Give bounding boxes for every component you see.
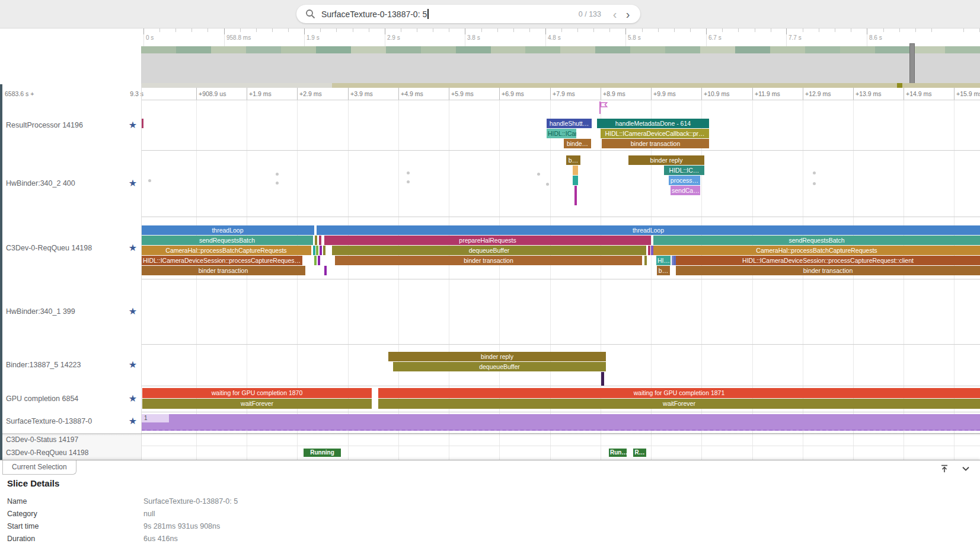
- offset-label: +9.9 ms: [651, 90, 676, 97]
- pin-star-icon[interactable]: ★: [129, 417, 137, 426]
- detail-label: Duration: [7, 535, 143, 543]
- slice-sliver[interactable]: [141, 414, 980, 431]
- slice[interactable]: binder transaction: [141, 266, 305, 275]
- slice[interactable]: dequeueBuffer: [332, 246, 646, 255]
- slice[interactable]: sendRequestsBatch: [141, 236, 313, 245]
- slice[interactable]: CameraHal::processBatchCaptureRequests: [141, 246, 311, 255]
- flag-marker-icon[interactable]: [598, 101, 609, 117]
- pin-star-icon[interactable]: ★: [129, 360, 137, 370]
- instant-event-dot[interactable]: [407, 171, 410, 174]
- slice[interactable]: threadLoop: [141, 225, 314, 235]
- tab-current-selection[interactable]: Current Selection: [2, 460, 76, 475]
- slice-sliver[interactable]: [573, 176, 578, 185]
- slice[interactable]: waitForever: [142, 399, 372, 409]
- slice-details-title: Slice Details: [7, 478, 59, 488]
- track-separator: [0, 446, 980, 446]
- expand-panel-icon[interactable]: [938, 463, 950, 475]
- search-box[interactable]: SurfaceTexture-0-13887-0: 5 0 / 133 ‹ ›: [296, 5, 640, 23]
- track-separator: [0, 100, 980, 100]
- slice[interactable]: waiting for GPU completion 1870: [142, 388, 372, 398]
- slice[interactable]: binder transaction: [676, 266, 980, 275]
- slice[interactable]: HIDL::ICameraDeviceCallback::pr…: [601, 129, 709, 138]
- sched-slice[interactable]: R…: [633, 449, 646, 457]
- pin-star-icon[interactable]: ★: [129, 307, 137, 316]
- slice[interactable]: sendRequestsBatch: [653, 236, 980, 245]
- slice-sliver[interactable]: [648, 246, 650, 255]
- slice-sliver[interactable]: [601, 372, 604, 386]
- offset-label: +5.9 ms: [449, 90, 474, 97]
- slice[interactable]: HIDL::ICameraDeviceSession::processCaptu…: [676, 256, 980, 265]
- slice-sliver[interactable]: [320, 246, 322, 255]
- pin-star-icon[interactable]: ★: [129, 394, 137, 403]
- slice-sliver[interactable]: [574, 186, 577, 205]
- slice[interactable]: HIDL::IC…: [664, 166, 704, 175]
- slice[interactable]: binder transaction: [335, 256, 642, 265]
- counter-value-chip[interactable]: 1: [142, 414, 169, 422]
- instant-event-dot[interactable]: [276, 173, 279, 176]
- slice-sliver[interactable]: [319, 236, 321, 245]
- instant-event-dot[interactable]: [546, 183, 549, 186]
- slice-sliver[interactable]: [314, 256, 317, 265]
- track-name: GPU completion 6854: [6, 395, 78, 403]
- sched-slice[interactable]: Running: [304, 449, 341, 457]
- slice[interactable]: CameraHal::processBatchCaptureRequests: [653, 246, 980, 255]
- collapse-panel-icon[interactable]: [960, 463, 972, 475]
- slice[interactable]: HIDL::ICame…: [547, 129, 576, 138]
- instant-event-dot[interactable]: [148, 179, 151, 182]
- slice[interactable]: binder transaction: [602, 139, 709, 148]
- slice[interactable]: binder reply: [388, 352, 606, 361]
- search-next-button[interactable]: ›: [621, 7, 634, 22]
- track-label-divider: [141, 84, 142, 460]
- track-label-binder:13887_5[interactable]: Binder:13887_5 14223★: [0, 344, 141, 386]
- detail-value: null: [143, 510, 155, 518]
- track-label-resultprocessor[interactable]: ResultProcessor 14196★: [0, 100, 141, 150]
- instant-event-dot[interactable]: [276, 182, 279, 185]
- search-input[interactable]: SurfaceTexture-0-13887-0: 5: [321, 9, 427, 19]
- sched-track-label[interactable]: C3Dev-0-ReqQueu 14198: [0, 446, 141, 460]
- slice[interactable]: sendCa…: [671, 186, 700, 195]
- search-prev-button[interactable]: ‹: [608, 7, 621, 22]
- slice[interactable]: b…: [566, 155, 580, 165]
- slice-sliver[interactable]: [316, 246, 318, 255]
- track-label-surfacetexture-0-13887-0[interactable]: SurfaceTexture-0-13887-0★: [0, 409, 141, 433]
- slice[interactable]: process…: [669, 176, 700, 185]
- instant-event-dot[interactable]: [813, 182, 816, 185]
- slice-sliver[interactable]: [324, 266, 327, 275]
- slice[interactable]: waiting for GPU completion 1871: [378, 388, 980, 398]
- perfetto-trace-viewer: SurfaceTexture-0-13887-0: 5 0 / 133 ‹ › …: [0, 0, 980, 550]
- slice[interactable]: dequeueBuffer: [393, 362, 606, 371]
- detail-row: NameSurfaceTexture-0-13887-0: 5: [7, 495, 238, 507]
- track-label-c3dev-0-reqqueu[interactable]: C3Dev-0-ReqQueu 14198★: [0, 217, 141, 279]
- instant-event-dot[interactable]: [537, 173, 540, 176]
- pin-star-icon[interactable]: ★: [129, 179, 137, 188]
- slice[interactable]: HI…: [656, 256, 671, 265]
- slice[interactable]: HIDL::ICameraDeviceSession::processCaptu…: [141, 256, 302, 265]
- track-name: ResultProcessor 14196: [6, 121, 83, 129]
- text-caret: [427, 9, 429, 19]
- slice-sliver[interactable]: [644, 256, 647, 265]
- slice[interactable]: waitForever: [378, 399, 980, 409]
- track-label-hwbinder:340_1[interactable]: HwBinder:340_1 399★: [0, 279, 141, 344]
- pin-star-icon[interactable]: ★: [129, 120, 137, 130]
- slice[interactable]: prepareHalRequests: [324, 236, 651, 245]
- pin-star-icon[interactable]: ★: [129, 243, 137, 253]
- instant-event-dot[interactable]: [813, 171, 816, 174]
- slice-sliver[interactable]: [573, 166, 578, 175]
- track-name: C3Dev-0-ReqQueu 14198: [6, 244, 92, 252]
- slice-sliver[interactable]: [315, 236, 317, 245]
- detail-value: 6us 416ns: [143, 535, 178, 543]
- instant-event-dot[interactable]: [407, 180, 410, 183]
- slice[interactable]: handleMetadataDone - 614: [597, 119, 709, 128]
- slice[interactable]: binder reply: [628, 155, 704, 165]
- slice-sliver[interactable]: [313, 246, 315, 255]
- track-label-hwbinder:340_2[interactable]: HwBinder:340_2 400★: [0, 150, 141, 217]
- track-label-gpu[interactable]: GPU completion 6854★: [0, 386, 141, 412]
- slice[interactable]: b…: [657, 266, 670, 275]
- slice[interactable]: threadLoop: [317, 225, 980, 235]
- slice-sliver[interactable]: [323, 246, 325, 255]
- sched-slice[interactable]: Run…: [609, 449, 627, 457]
- slice[interactable]: binde…: [564, 139, 591, 148]
- slice[interactable]: handleShutt…: [547, 119, 592, 128]
- track-separator: [0, 217, 980, 217]
- slice-sliver[interactable]: [318, 256, 320, 265]
